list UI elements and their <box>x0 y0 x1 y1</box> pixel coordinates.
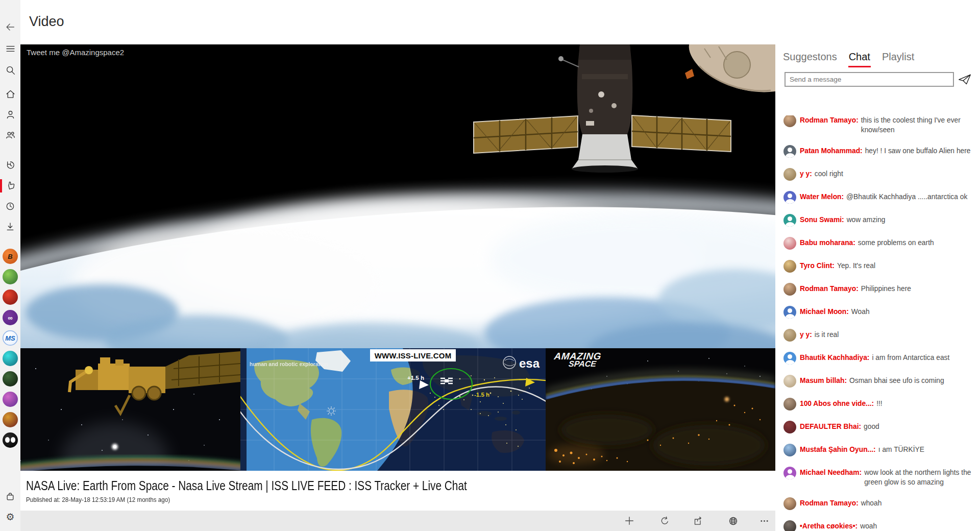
esa-tagline: human and robotic exploration <box>250 361 328 367</box>
send-message-button[interactable] <box>955 70 974 88</box>
sidebar-item-history[interactable] <box>0 155 20 175</box>
sidebar: B∞MS ⚙ <box>0 0 20 531</box>
chat-message: Water Melon: @Bhautik Kachhadiya .....an… <box>783 192 975 204</box>
chat-avatar <box>783 398 796 411</box>
chat-text: wow amzing <box>844 215 975 225</box>
chat-message: Masum billah: Osman bhai see ufo is comi… <box>783 376 975 388</box>
iss-live-url-banner: WWW.ISS-LIVE.COM <box>370 349 456 361</box>
sidebar-item-likes[interactable] <box>0 175 20 196</box>
channel-avatar-icon[interactable]: ∞ <box>3 310 18 325</box>
video-title: NASA Live: Earth From Space - Nasa Live … <box>26 478 467 494</box>
plus-icon <box>624 515 635 526</box>
video-overlay-text: Tweet me @Amazingspace2 <box>27 48 124 57</box>
chat-avatar <box>783 520 796 531</box>
chat-text: cool right <box>812 169 975 179</box>
orbit-ahead-label: +1.5 h <box>407 375 424 381</box>
video-player[interactable]: Tweet me @Amazingspace2 <box>20 44 775 471</box>
home-icon <box>5 89 16 100</box>
chat-username: DEFAULTER Bhai: <box>800 422 861 431</box>
chat-message: Tyro Clint: Yep. It's real <box>783 261 975 273</box>
panel-tabs: Suggestons Chat Playlist <box>783 51 914 63</box>
add-to-playlist-button[interactable] <box>619 511 640 531</box>
chat-message: Mustafa Şahin Oyun...: ı am TÜRKİYE <box>783 445 975 456</box>
chat-message: DEFAULTER Bhai: good <box>783 422 975 433</box>
sidebar-item-watch-later[interactable] <box>0 196 20 216</box>
share-button[interactable] <box>688 511 708 531</box>
chat-username: Michael Moon: <box>800 307 849 317</box>
chat-avatar <box>783 306 796 319</box>
chat-avatar <box>783 352 796 365</box>
channel-avatar-icon[interactable] <box>3 432 18 448</box>
tab-chat[interactable]: Chat <box>849 51 870 63</box>
chat-username: •Aretha cøokies•: <box>800 521 857 531</box>
channel-avatar-icon[interactable] <box>3 371 18 387</box>
back-button[interactable] <box>0 17 20 37</box>
share-icon <box>693 516 704 526</box>
more-options-button[interactable] <box>754 511 774 531</box>
open-in-browser-button[interactable] <box>723 511 743 531</box>
chat-text: good <box>861 422 975 431</box>
gear-icon: ⚙ <box>6 511 14 522</box>
video-published-date: Published at: 28-May-18 12:53:19 AM (12 … <box>26 496 170 503</box>
chat-username: y y: <box>800 169 812 179</box>
chat-username: Tyro Clint: <box>800 261 835 271</box>
chat-message: y y: cool right <box>783 169 975 181</box>
sidebar-item-settings[interactable]: ⚙ <box>0 506 20 527</box>
chat-message: Michael Moon: Woah <box>783 307 975 319</box>
tab-playlist[interactable]: Playlist <box>882 51 914 63</box>
chat-panel: Suggestons Chat Playlist Rodman Tamayo: … <box>775 0 980 531</box>
chat-username: Masum billah: <box>800 376 847 385</box>
thumb-iss-structure <box>20 348 240 471</box>
chat-text: i am from Antarctica east <box>869 353 975 363</box>
sidebar-item-profile[interactable] <box>0 104 20 125</box>
chat-username: Babu moharana: <box>800 238 855 248</box>
chat-avatar <box>783 145 796 158</box>
channel-avatar-icon[interactable] <box>3 351 18 366</box>
chat-text: !!! <box>874 399 975 408</box>
sidebar-item-purchases[interactable] <box>0 487 20 507</box>
chat-message-list[interactable]: Rodman Tamayo: this is the coolest thing… <box>783 115 975 531</box>
chat-username: Patan Mohammad: <box>800 146 863 156</box>
chat-message: 100 Abos ohne vide...: !!! <box>783 399 975 411</box>
chat-avatar <box>783 467 796 479</box>
chat-avatar <box>783 237 796 250</box>
chat-avatar <box>783 283 796 296</box>
esa-logo-text: esa <box>519 356 540 370</box>
chat-message: Babu moharana: some problems on earth <box>783 238 975 250</box>
chat-message: Rodman Tamayo: this is the coolest thing… <box>783 115 975 135</box>
globe-icon <box>728 516 739 526</box>
channel-avatar-icon[interactable] <box>3 412 18 427</box>
chat-username: Sonu Swami: <box>800 215 844 225</box>
chat-username: y y: <box>800 330 812 340</box>
chat-avatar <box>783 115 796 127</box>
channel-avatar-icon[interactable] <box>3 289 18 305</box>
chat-avatar <box>783 191 796 204</box>
chat-text: Osman bhai see ufo is coming <box>847 376 975 385</box>
refresh-button[interactable] <box>654 511 675 531</box>
tab-suggestions[interactable]: Suggestons <box>783 51 837 63</box>
bag-icon <box>5 492 15 502</box>
sidebar-item-subscriptions[interactable] <box>0 125 20 145</box>
sidebar-item-home[interactable] <box>0 84 20 104</box>
download-icon <box>5 222 15 232</box>
channel-avatar-icon[interactable] <box>3 269 18 284</box>
chat-text: some problems on earth <box>855 238 975 248</box>
chat-text: wow look at the northern lights the gree… <box>862 468 975 487</box>
channel-avatar-icon[interactable]: MS <box>3 330 18 346</box>
chat-username: Bhautik Kachhadiya: <box>800 353 869 363</box>
chat-avatar <box>783 375 796 388</box>
person-icon <box>5 109 16 120</box>
chat-username: Michael Needham: <box>800 468 862 477</box>
channel-avatar-icon[interactable] <box>3 392 18 407</box>
chat-avatar <box>783 214 796 227</box>
chat-username: Rodman Tamayo: <box>800 498 859 508</box>
chat-username: Water Melon: <box>800 192 844 202</box>
chat-text: ı am TÜRKİYE <box>876 445 975 454</box>
sidebar-item-menu[interactable] <box>0 38 20 59</box>
chat-text: Woah <box>849 307 975 317</box>
chat-message-input[interactable] <box>785 72 954 87</box>
channel-avatar-icon[interactable]: B <box>3 249 18 264</box>
sidebar-item-search[interactable] <box>0 60 20 80</box>
app-window: B∞MS ⚙ Video Tweet me @Amazingspace2 <box>0 0 980 531</box>
sidebar-item-downloads[interactable] <box>0 216 20 237</box>
